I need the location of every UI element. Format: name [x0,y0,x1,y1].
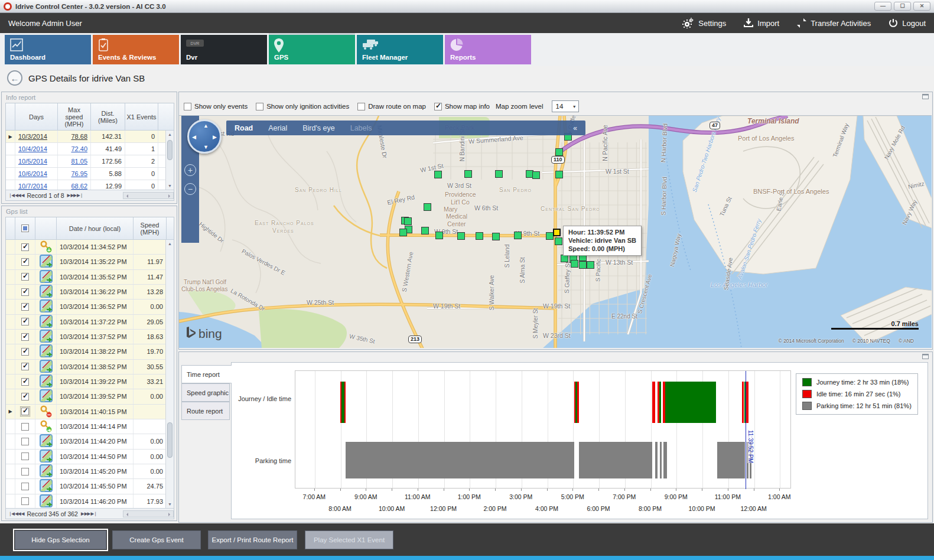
gps-list-row[interactable]: 10/3/2014 11:39:52 PM 0.00 [6,389,174,404]
gps-marker[interactable] [587,261,594,269]
close-button[interactable]: ✕ [913,2,930,11]
column-header[interactable]: Dist. (Miles) [91,103,125,130]
max-speed-link[interactable]: 76.95 [71,170,87,177]
gps-marker[interactable] [435,232,443,239]
last-record-icon[interactable]: ▶ ▶▶ ▶❘ [67,193,83,198]
gps-marker[interactable] [476,232,483,240]
map-style-labels[interactable]: Labels [350,124,372,132]
checkbox-icon[interactable] [434,103,442,110]
gps-list-row[interactable]: 10/3/2014 11:36:52 PM 0.00 [6,299,174,314]
column-header[interactable] [6,217,15,239]
table-row[interactable]: ▶ 10/3/2014 78.68 142.31 0 [6,131,174,143]
column-header[interactable]: X1 Events [125,103,158,130]
last-record-icon[interactable]: ▶ ▶▶ ▶❘ [81,511,97,516]
checkbox-icon[interactable] [256,103,263,110]
gps-list-row[interactable]: 10/3/2014 11:39:22 PM 33.21 [6,375,174,389]
gps-marker[interactable] [532,171,540,179]
map-style-bird-s-eye[interactable]: Bird's eye [302,124,335,132]
hide-gps-selection-button[interactable]: Hide Gps Selection [15,530,106,549]
row-checkbox[interactable] [21,483,29,490]
create-gps-event-button[interactable]: Create Gps Event [112,530,201,549]
gps-list-row[interactable]: 10/3/2014 11:37:22 PM 29.05 [6,315,174,330]
scroll-up-icon[interactable]: ▲ [166,240,174,248]
gps-list-row[interactable]: 10/3/2014 11:38:22 PM 19.70 [6,344,174,359]
gps-marker[interactable] [399,229,407,236]
gps-list-row[interactable]: 10/3/2014 11:45:20 PM 0.00 [6,464,174,479]
map-style-road[interactable]: Road [235,124,253,132]
logout-button[interactable]: Logout [889,18,926,28]
gps-marker[interactable] [555,171,563,178]
gps-marker[interactable] [495,170,503,178]
checkbox-icon[interactable] [184,103,191,110]
checkbox-draw-route-on-map[interactable]: Draw route on map [357,103,426,110]
gps-marker[interactable] [434,171,442,178]
scroll-down-icon[interactable]: ▼ [166,182,174,190]
gps-hscrollbar[interactable] [123,510,174,517]
gps-list-row[interactable]: 10/3/2014 11:36:22 PM 13.28 [6,285,174,299]
bing-map[interactable]: ▲▼ ◀▶ + − RoadAerialBird's eyeLabels« Pe… [179,115,932,348]
gps-marker[interactable] [421,227,429,235]
row-checkbox[interactable] [21,273,29,281]
row-checkbox[interactable] [21,408,29,415]
checkbox-icon[interactable] [357,103,365,110]
max-speed-link[interactable]: 68.62 [71,183,87,190]
max-speed-link[interactable]: 78.68 [71,133,87,140]
gps-marker[interactable] [404,217,412,225]
back-button[interactable]: ← [7,70,22,86]
scroll-up-icon[interactable]: ▲ [166,131,174,138]
gps-marker[interactable] [555,148,563,156]
gps-list-row[interactable]: 10/3/2014 11:37:52 PM 18.63 [6,330,174,344]
row-checkbox[interactable] [21,497,29,505]
day-link[interactable]: 10/4/2014 [18,145,47,152]
gps-marker[interactable] [464,170,472,178]
gps-marker[interactable] [514,232,522,239]
toolbar-collapse-icon[interactable]: « [573,124,577,132]
day-link[interactable]: 10/3/2014 [18,133,47,140]
row-checkbox[interactable] [21,438,29,445]
gps-marker[interactable] [492,233,500,240]
gps-list-row[interactable]: ➜ 10/3/2014 11:44:14 PM [6,419,174,434]
map-style-aerial[interactable]: Aerial [268,124,287,132]
row-checkbox[interactable] [21,258,29,266]
tab-dashboard[interactable]: Dashboard [5,35,91,64]
tab-dvr[interactable]: DVRDvr [181,35,267,64]
chart-tab-speed-graphic[interactable]: Speed graphic [181,383,230,402]
column-header[interactable]: Speed (MPH) [134,217,167,239]
max-speed-link[interactable]: 72.40 [71,145,87,152]
gps-list-row[interactable]: 10/3/2014 11:44:50 PM 0.00 [6,450,174,464]
checkbox-show-only-ignition-activities[interactable]: Show only ignition activities [256,103,349,110]
transfer-activities-button[interactable]: Transfer Activities [797,18,871,28]
info-grid-scrollbar[interactable]: ▲ ▼ [165,131,174,190]
zoom-in-icon[interactable]: + [184,164,196,176]
map-compass-icon[interactable]: ▲▼ ◀▶ [187,119,222,154]
settings-button[interactable]: Settings [682,18,726,28]
table-row[interactable]: 10/5/2014 81.05 172.56 2 [6,155,174,168]
row-checkbox[interactable] [21,393,29,401]
info-hscrollbar[interactable] [123,192,174,199]
column-header[interactable]: Date / hour (local) [57,217,134,239]
row-checkbox[interactable] [21,333,29,341]
column-header[interactable] [6,103,15,130]
row-checkbox[interactable] [21,452,29,460]
gps-list-row[interactable]: 10/3/2014 11:45:50 PM 24.75 [6,479,174,494]
gps-marker[interactable] [457,232,465,240]
select-all-checkbox[interactable] [15,217,35,239]
maximize-panel-icon[interactable] [922,94,929,99]
gps-list-row[interactable]: 10/3/2014 11:44:20 PM 0.00 [6,434,174,449]
row-checkbox[interactable] [21,303,29,311]
gps-list-row[interactable]: 10/3/2014 11:38:52 PM 30.55 [6,360,174,375]
day-link[interactable]: 10/7/2014 [18,183,47,190]
column-header[interactable]: Max speed (MPH) [58,103,91,130]
row-checkbox[interactable] [21,243,29,251]
select-all-checkbox[interactable] [21,224,29,232]
import-button[interactable]: Import [744,18,779,28]
checkbox-show-map-info[interactable]: Show map info [434,103,490,110]
chart-tab-time-report[interactable]: Time report [181,365,232,383]
checkbox-show-only-events[interactable]: Show only events [184,103,248,110]
gps-list-row[interactable]: 10/3/2014 11:35:52 PM 11.47 [6,270,174,285]
day-link[interactable]: 10/6/2014 [18,170,47,177]
day-link[interactable]: 10/5/2014 [18,158,47,165]
first-record-icon[interactable]: ❘◀ ◀◀ ◀ [8,511,24,516]
tab-reports[interactable]: Reports [445,35,531,64]
gps-list-row[interactable]: + 10/3/2014 11:34:52 PM [6,240,174,255]
